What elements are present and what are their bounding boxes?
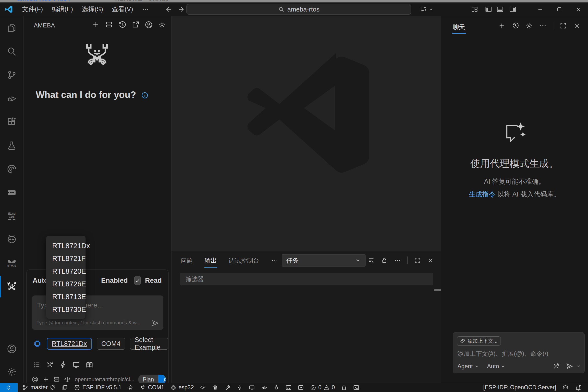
chat-maximize-icon[interactable] <box>560 22 567 30</box>
chat-tools-icon[interactable] <box>552 362 560 370</box>
output-filter-input[interactable]: 筛选器 <box>180 273 433 286</box>
tab-problems[interactable]: 问题 <box>180 255 193 266</box>
activity-run-debug-icon[interactable] <box>0 87 24 110</box>
scale-icon[interactable] <box>64 376 71 383</box>
dropdown-item[interactable]: RTL8730E <box>46 303 86 316</box>
chat-send-icon[interactable] <box>566 362 574 370</box>
activity-source-control-icon[interactable] <box>0 63 24 87</box>
generate-instructions-link[interactable]: 生成指令 <box>469 190 496 198</box>
menu-more-icon[interactable] <box>138 4 153 15</box>
output-channel-select[interactable]: 任务 <box>282 254 366 266</box>
build-icon[interactable] <box>221 383 234 392</box>
new-task-icon[interactable] <box>92 20 100 29</box>
new-chat-icon[interactable] <box>498 22 506 30</box>
notifications-bell-icon[interactable] <box>572 383 584 392</box>
send-options-chevron-icon[interactable] <box>576 364 581 369</box>
activity-testing-icon[interactable] <box>0 134 24 157</box>
tab-debug-console[interactable]: 调试控制台 <box>228 255 260 266</box>
server-icon[interactable] <box>53 376 60 383</box>
chat-history-icon[interactable] <box>512 22 519 30</box>
dropdown-item[interactable]: RTL8720E <box>46 265 86 278</box>
copilot-chevron-icon[interactable] <box>429 7 434 12</box>
panel-tabs-more-icon[interactable] <box>270 256 278 265</box>
maximize-button[interactable] <box>550 2 569 16</box>
panel-scrollbar[interactable] <box>434 289 441 291</box>
toggle-panel-icon[interactable] <box>496 6 504 13</box>
activity-settings-icon[interactable] <box>0 361 24 383</box>
tab-output[interactable]: 输出 <box>204 255 217 266</box>
dropdown-item[interactable]: RTL8713E <box>46 290 86 303</box>
model-name[interactable]: openrouter:anthropic/cl... <box>75 376 134 383</box>
idf-settings-icon[interactable] <box>197 383 209 392</box>
editor-area[interactable] <box>172 16 441 251</box>
activity-explorer-icon[interactable] <box>0 16 24 40</box>
chat-title[interactable]: 聊天 <box>453 23 465 31</box>
openocd-server-status[interactable]: [ESP-IDF: OpenOCD Server] <box>480 383 559 392</box>
add-icon[interactable] <box>42 376 49 383</box>
docs-icon[interactable] <box>86 361 93 369</box>
history-icon[interactable] <box>118 20 126 29</box>
chip-icon[interactable] <box>32 339 42 348</box>
maximize-panel-icon[interactable] <box>414 257 421 264</box>
agent-mode-select[interactable]: Agent <box>458 363 479 370</box>
copilot-status-icon[interactable] <box>559 383 572 392</box>
minimize-button[interactable] <box>531 2 550 16</box>
terminal-icon[interactable] <box>282 383 295 392</box>
problems-status[interactable]: 0 0 <box>307 383 338 392</box>
activity-espressif-icon[interactable] <box>0 157 24 181</box>
menu-file[interactable]: 文件(F) <box>18 3 47 16</box>
mcp-servers-icon[interactable] <box>105 20 113 29</box>
dropdown-item[interactable]: RTL8726E <box>46 278 86 290</box>
idf-terminal-icon[interactable] <box>350 383 362 392</box>
flash-device-icon[interactable] <box>234 383 246 392</box>
menu-selection[interactable]: 选择(S) <box>78 3 108 16</box>
toggle-sidebar-left-icon[interactable] <box>485 6 492 13</box>
menu-edit[interactable]: 编辑(E) <box>47 3 78 16</box>
activity-ameba-icon[interactable] <box>0 275 24 298</box>
chat-more-icon[interactable] <box>539 22 546 30</box>
open-editors-status[interactable] <box>58 383 71 392</box>
activity-windide-icon[interactable]: Wind IDE <box>0 204 24 228</box>
checklist-icon[interactable] <box>32 361 40 369</box>
chat-settings-icon[interactable] <box>526 22 533 30</box>
monitor-icon[interactable] <box>72 361 80 369</box>
activity-platformio-icon[interactable] <box>0 228 24 251</box>
activity-account-icon[interactable] <box>0 337 24 361</box>
send-icon[interactable] <box>151 319 160 327</box>
export-icon[interactable] <box>295 383 307 392</box>
erase-flash-icon[interactable] <box>270 383 282 392</box>
menu-view[interactable]: 查看(V) <box>108 3 138 16</box>
device-target-status[interactable]: esp32 <box>167 383 197 392</box>
monitor-device-icon[interactable] <box>246 383 258 392</box>
panel-more-icon[interactable] <box>394 257 401 264</box>
close-button[interactable] <box>569 2 588 16</box>
serial-port-status[interactable]: COM1 <box>137 383 167 392</box>
activity-extensions-icon[interactable] <box>0 110 24 134</box>
activity-stm32-icon[interactable]: STM32 <box>0 251 24 275</box>
port-select-button[interactable]: COM4 <box>97 338 125 350</box>
dropdown-item[interactable]: RTL8721Dx <box>46 239 86 252</box>
clear-output-icon[interactable] <box>368 257 374 264</box>
mention-icon[interactable] <box>32 376 38 383</box>
espidf-version-status[interactable]: ESP-IDF v5.5.1 <box>71 383 124 392</box>
toggle-sidebar-right-icon[interactable] <box>509 6 516 13</box>
remote-indicator[interactable] <box>0 383 18 392</box>
copilot-icon[interactable] <box>420 6 427 13</box>
full-clean-icon[interactable] <box>209 383 221 392</box>
chip-select-button[interactable]: RTL8721Dx <box>47 338 92 350</box>
chat-input-container[interactable]: 添加上下文... 添加上下文(#)、扩展(@)、命令(/) Agent Auto <box>453 332 584 374</box>
close-panel-icon[interactable] <box>427 257 434 264</box>
flash-icon[interactable] <box>59 361 67 369</box>
open-external-icon[interactable] <box>131 20 140 29</box>
model-select[interactable]: Auto <box>487 363 506 370</box>
info-icon[interactable] <box>141 92 148 99</box>
read-checkbox[interactable] <box>134 276 141 285</box>
home-icon[interactable] <box>338 383 350 392</box>
add-context-button[interactable]: 添加上下文... <box>457 336 501 346</box>
git-branch-status[interactable]: master <box>19 383 58 392</box>
customize-layout-icon[interactable] <box>471 6 478 13</box>
activity-search-icon[interactable] <box>0 40 24 63</box>
chat-close-icon[interactable] <box>573 22 581 30</box>
command-center-search[interactable]: ameba-rtos <box>186 4 411 15</box>
nav-back-icon[interactable] <box>164 6 172 13</box>
